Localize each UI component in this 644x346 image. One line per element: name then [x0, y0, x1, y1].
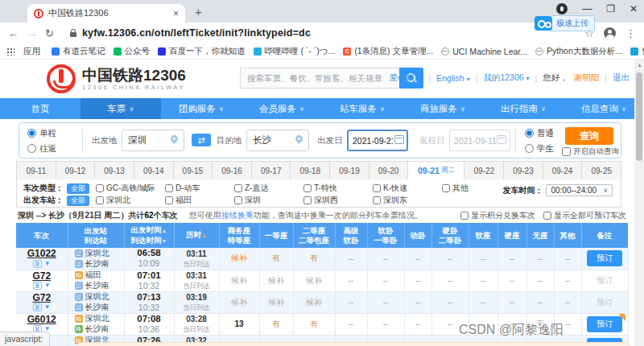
url-omnibox[interactable]: kyfw.12306.cn/otn/leftTicket/init?linkty… — [62, 25, 576, 41]
train-type-input[interactable] — [442, 184, 450, 192]
train-type-all-badge[interactable]: 全部 — [67, 183, 89, 194]
bookmark-item[interactable]: 哔哩哔哩 ( ´- ´)つ... — [250, 46, 340, 57]
apps-label[interactable]: 应用 — [19, 46, 44, 57]
train-type-input[interactable] — [234, 184, 242, 192]
netdisk-extension-icon[interactable] — [535, 16, 552, 31]
bookmark-item[interactable]: 百度一下，你就知道 — [154, 46, 250, 57]
train-type-checkbox[interactable]: D-动车 — [165, 183, 234, 194]
bookmark-item[interactable]: Python大数据分析... — [531, 46, 626, 57]
nav-item-商旅服务[interactable]: 商旅服务∨ — [402, 98, 483, 119]
station-input[interactable] — [96, 196, 104, 204]
station-checkbox[interactable]: 深圳东 — [373, 195, 442, 206]
train-type-checkbox[interactable]: Z-直达 — [234, 183, 303, 194]
date-tab-09-18[interactable]: 09-18 — [291, 161, 330, 180]
reload-icon[interactable]: ↻ — [45, 27, 54, 39]
date-tab-09-15[interactable]: 09-15 — [174, 161, 213, 180]
train-type-input[interactable] — [373, 184, 381, 192]
date-tab-09-14[interactable]: 09-14 — [134, 161, 174, 180]
nav-item-站车服务[interactable]: 站车服务∨ — [322, 98, 402, 119]
expand-caret-icon[interactable]: ▼ — [44, 282, 51, 289]
train-type-checkbox[interactable]: GC-高铁/城际 — [96, 183, 165, 194]
date-tab-09-16[interactable]: 09-16 — [213, 161, 252, 180]
trip-single-input[interactable] — [27, 129, 36, 138]
station-checkbox[interactable]: 深圳西 — [303, 195, 373, 206]
train-number-link[interactable]: G1022 — [16, 249, 68, 259]
station-input[interactable] — [303, 196, 312, 204]
date-tab-09-11[interactable]: 09-11 — [16, 161, 56, 180]
expand-caret-icon[interactable]: ▼ — [44, 304, 51, 311]
depart-time-select[interactable]: 00:00--24:00∨ — [546, 184, 613, 196]
site-logo[interactable]: 中国铁路12306 12306 CHINA RAILWAY — [47, 64, 186, 93]
train-number-link[interactable]: G72 — [16, 271, 68, 282]
date-tab-09-12[interactable]: 09-12 — [56, 161, 96, 180]
forward-icon[interactable]: → — [27, 27, 37, 39]
date-tab-09-23[interactable]: 09-23 — [504, 161, 543, 180]
transfer-link[interactable]: 接续换乘 — [221, 211, 254, 220]
bookmark-item[interactable]: C(1条消息) 文章管理... — [339, 46, 437, 57]
sort-asc-icon[interactable]: ▲ — [201, 233, 207, 238]
query-button[interactable]: 查询 — [565, 127, 613, 145]
calendar-icon[interactable] — [394, 135, 404, 144]
apps-grid-icon[interactable] — [6, 47, 14, 56]
points-exchange-checkbox[interactable]: 显示积分兑换车次 — [460, 210, 535, 221]
logout-link[interactable]: 退出 — [613, 72, 630, 84]
show-all-input[interactable] — [543, 212, 551, 220]
nav-item-团购服务[interactable]: 团购服务∨ — [161, 98, 242, 119]
scroll-up-icon[interactable]: ▲ — [637, 62, 642, 68]
book-button[interactable]: 预订 — [587, 250, 622, 266]
station-all-badge[interactable]: 全部 — [67, 196, 89, 206]
student-input[interactable] — [525, 144, 534, 153]
window-minimize-button[interactable]: — — [582, 3, 592, 14]
sort-desc-icon[interactable]: ▼ — [162, 238, 167, 244]
window-maximize-button[interactable]: ❐ — [606, 3, 615, 14]
normal-radio[interactable]: 普通 — [525, 126, 554, 141]
nav-item-出行指南[interactable]: 出行指南∨ — [483, 98, 564, 119]
language-link[interactable]: English ▾ — [436, 73, 469, 83]
swap-cities-button[interactable]: ⇄ — [192, 134, 211, 146]
train-type-checkbox[interactable]: T-特快 — [303, 183, 373, 194]
bookmark-item[interactable]: 公众号 — [109, 46, 155, 57]
page-url[interactable]: kyfw.12306.cn/otn/leftTicket/init?linkty… — [82, 27, 311, 39]
station-checkbox[interactable]: 深圳 — [234, 195, 303, 206]
date-tab-09-13[interactable]: 09-13 — [95, 161, 134, 180]
date-tab-09-20[interactable]: 09-20 — [369, 161, 409, 180]
site-search-input[interactable] — [240, 68, 399, 89]
trip-round-input[interactable] — [27, 144, 36, 153]
normal-input[interactable] — [525, 129, 534, 138]
train-number-link[interactable]: G72 — [16, 293, 68, 303]
browser-profile-avatar[interactable] — [604, 27, 616, 39]
book-button[interactable]: 预订 — [587, 316, 622, 332]
expand-caret-icon[interactable]: ▼ — [44, 261, 51, 267]
window-close-button[interactable]: ✕ — [630, 3, 638, 14]
train-type-input[interactable] — [303, 184, 312, 192]
back-icon[interactable]: ← — [8, 27, 19, 39]
scrollbar-thumb[interactable] — [636, 72, 642, 161]
train-type-checkbox[interactable]: K-快速 — [373, 183, 442, 194]
nav-item-首页[interactable]: 首页 — [0, 98, 80, 119]
date-tab-09-21[interactable]: 09-21周二 — [408, 161, 464, 180]
nav-item-会员服务[interactable]: 会员服务∨ — [242, 98, 322, 119]
nav-item-车票[interactable]: 车票∨ — [80, 98, 161, 119]
trip-single-radio[interactable]: 单程 — [27, 126, 56, 141]
train-type-input[interactable] — [96, 184, 104, 192]
browser-menu-icon[interactable]: ⋮ — [625, 27, 636, 39]
station-input[interactable] — [373, 196, 381, 204]
care-mode-link[interactable]: 爱心模式 — [390, 72, 423, 84]
page-scrollbar[interactable]: ▲ — [634, 60, 644, 346]
date-tab-09-22[interactable]: 09-22 — [464, 161, 504, 180]
nav-item-信息查询[interactable]: 信息查询∨ — [564, 98, 644, 119]
date-tab-09-25[interactable]: 09-25 — [582, 161, 621, 180]
station-checkbox[interactable]: 深圳北 — [96, 195, 165, 206]
station-input[interactable] — [234, 196, 242, 204]
train-number-link[interactable]: G6012 — [16, 315, 68, 325]
trip-round-radio[interactable]: 往返 — [27, 141, 56, 156]
bookmark-item[interactable]: 有道云笔记 — [47, 46, 109, 57]
https-lock-icon[interactable] — [70, 32, 76, 37]
points-exchange-input[interactable] — [460, 212, 469, 220]
browser-tab[interactable]: 中国铁路12306 × — [27, 4, 185, 23]
auto-query-input[interactable] — [562, 147, 571, 156]
auto-query-checkbox[interactable]: 开启自动查询 — [562, 146, 619, 157]
new-tab-button[interactable]: + — [195, 5, 202, 19]
username-link[interactable]: 谢明阳 — [574, 72, 600, 84]
student-radio[interactable]: 学生 — [525, 141, 554, 156]
